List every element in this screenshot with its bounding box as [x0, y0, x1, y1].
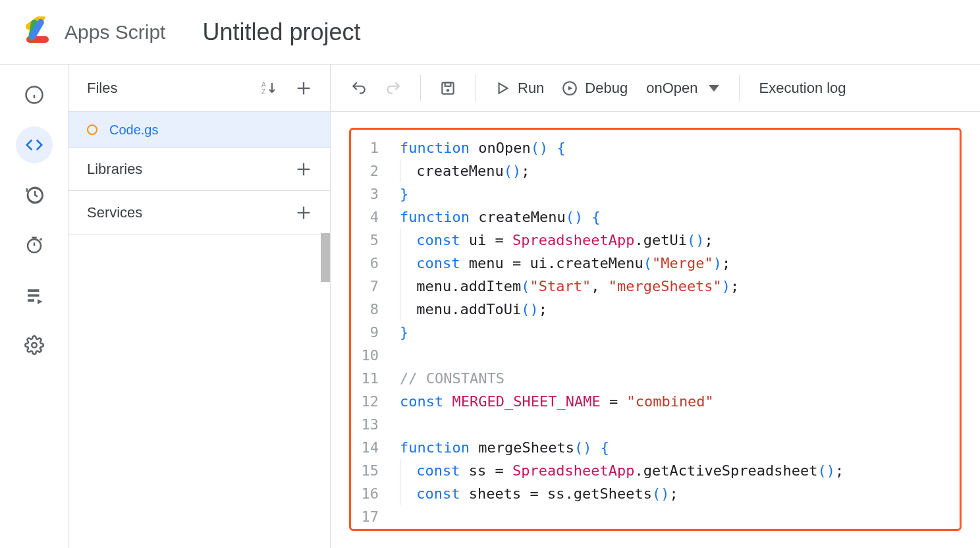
- svg-text:A: A: [261, 81, 266, 88]
- brand-name: Apps Script: [65, 21, 165, 43]
- debug-label: Debug: [585, 80, 628, 97]
- toolbar-divider: [420, 75, 421, 101]
- redo-button[interactable]: [379, 76, 407, 101]
- add-file-button[interactable]: [290, 75, 317, 101]
- executions-nav-button[interactable]: [16, 277, 53, 314]
- debug-button[interactable]: Debug: [556, 76, 633, 101]
- svg-line-11: [40, 238, 41, 240]
- files-panel-header: Files AZ: [68, 65, 330, 112]
- apps-script-logo-icon: [21, 16, 53, 48]
- app-header: Apps Script Untitled project: [0, 0, 980, 65]
- function-select-dropdown[interactable]: onOpen: [640, 76, 725, 101]
- project-title[interactable]: Untitled project: [202, 18, 360, 46]
- files-sidebar: Files AZ Code.gs Libraries Services: [68, 65, 331, 548]
- svg-rect-12: [28, 289, 40, 292]
- svg-marker-31: [568, 86, 573, 90]
- svg-point-28: [447, 89, 449, 92]
- libraries-label: Libraries: [87, 161, 142, 178]
- run-button[interactable]: Run: [489, 76, 549, 101]
- history-nav-button[interactable]: [16, 177, 53, 213]
- code-lines[interactable]: function onOpen() { createMenu();}functi…: [388, 136, 844, 528]
- sidebar-scrollbar[interactable]: [321, 233, 330, 282]
- left-navigation-rail: [0, 65, 68, 548]
- svg-marker-15: [38, 299, 43, 304]
- chevron-down-icon: [709, 85, 719, 92]
- svg-rect-27: [445, 82, 451, 86]
- services-label: Services: [87, 204, 142, 221]
- settings-nav-button[interactable]: [16, 327, 53, 364]
- toolbar-divider: [475, 75, 476, 101]
- editor-area: Run Debug onOpen Execution log 123456789…: [331, 65, 980, 548]
- files-panel-title: Files: [87, 80, 117, 97]
- file-name-label: Code.gs: [109, 123, 159, 138]
- run-label: Run: [518, 80, 544, 97]
- triggers-nav-button[interactable]: [16, 227, 53, 263]
- code-highlight-frame: 1234567891011121314151617 function onOpe…: [349, 128, 962, 531]
- services-section[interactable]: Services: [68, 191, 330, 234]
- execution-log-button[interactable]: Execution log: [753, 76, 853, 101]
- toolbar-divider: [739, 75, 740, 101]
- editor-nav-button[interactable]: [16, 126, 53, 163]
- add-library-button[interactable]: [290, 156, 317, 182]
- svg-text:Z: Z: [261, 88, 265, 96]
- add-service-button[interactable]: [290, 200, 317, 226]
- sort-files-button[interactable]: AZ: [255, 75, 281, 101]
- line-number-gutter: 1234567891011121314151617: [351, 136, 388, 528]
- save-button[interactable]: [434, 76, 462, 101]
- svg-marker-29: [499, 83, 508, 93]
- editor-toolbar: Run Debug onOpen Execution log: [331, 65, 980, 112]
- svg-rect-14: [28, 299, 34, 302]
- execution-log-label: Execution log: [759, 80, 846, 96]
- svg-point-16: [32, 342, 37, 348]
- libraries-section[interactable]: Libraries: [68, 148, 330, 191]
- overview-nav-button[interactable]: [16, 76, 53, 113]
- function-selected-label: onOpen: [646, 80, 697, 97]
- unsaved-indicator-icon: [87, 124, 97, 135]
- code-editor[interactable]: 1234567891011121314151617 function onOpe…: [351, 136, 960, 528]
- svg-rect-13: [28, 294, 40, 297]
- undo-button[interactable]: [345, 76, 373, 101]
- svg-rect-26: [442, 82, 453, 94]
- file-item-code-gs[interactable]: Code.gs: [68, 112, 330, 148]
